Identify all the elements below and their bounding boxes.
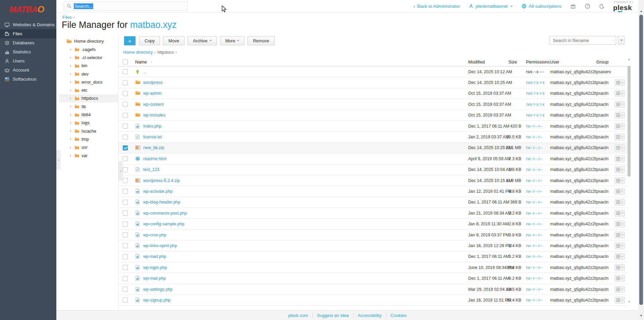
file-name-link[interactable]: wp-includes	[143, 113, 165, 118]
table-row[interactable]: wp-mail.php Dec 1, 2017 06:11 AM 8.2 KB …	[118, 273, 628, 284]
row-menu-button[interactable]	[614, 101, 625, 108]
help-icon[interactable]: ?	[585, 3, 590, 9]
row-menu-button[interactable]	[614, 242, 625, 249]
move-button[interactable]: Move	[163, 36, 184, 45]
table-row[interactable]: new_bk.zip Dec 14, 2025 10:25 AM 23.1 MB…	[118, 143, 628, 153]
row-checkbox[interactable]	[123, 167, 128, 172]
tree-item[interactable]: › error_docs	[59, 78, 118, 86]
permissions-link[interactable]: rwx r-x r-x	[526, 113, 545, 118]
file-name-link[interactable]: wp-signup.php	[143, 298, 170, 303]
chevron-right-icon[interactable]: ›	[70, 64, 72, 68]
tree-item[interactable]: › lib64	[59, 110, 118, 119]
row-checkbox[interactable]	[123, 222, 128, 227]
row-menu-button[interactable]	[614, 90, 625, 97]
file-name-link[interactable]: wordpress	[143, 80, 163, 85]
column-header-size[interactable]: Size	[502, 59, 521, 64]
row-menu-button[interactable]	[614, 232, 625, 238]
add-button[interactable]: +	[124, 36, 136, 45]
table-row[interactable]: wp-login.php June 10, 2019 08:34 PM 38.6…	[118, 262, 628, 273]
file-name-link[interactable]: readme.html	[143, 156, 166, 161]
row-menu-button[interactable]	[614, 177, 625, 184]
chevron-right-icon[interactable]: ›	[70, 55, 72, 59]
chevron-right-icon[interactable]: ›	[70, 137, 72, 141]
footer-link[interactable]: Cookies	[386, 313, 411, 318]
table-row[interactable]: test_123 Dec 14, 2025 10:04 AM 1.6 KB rw…	[118, 165, 628, 175]
file-name-link[interactable]: test_123	[143, 167, 159, 172]
domain-link[interactable]: matbao.xyz	[130, 20, 176, 30]
permissions-link[interactable]: rwx --x ---	[526, 70, 544, 74]
table-row[interactable]: wp-activate.php Jan 12, 2019 01:41 PM 6.…	[118, 186, 628, 197]
row-menu-button[interactable]	[614, 264, 625, 271]
row-checkbox[interactable]	[123, 80, 128, 85]
chevron-right-icon[interactable]: ›	[70, 72, 72, 76]
more-button[interactable]: More	[220, 36, 245, 45]
row-checkbox[interactable]	[123, 276, 128, 281]
file-name-link[interactable]: wp-links-opml.php	[143, 243, 177, 248]
table-row[interactable]: .. Dec 14, 2025 10:12 AM rwx --x --- mat…	[118, 66, 628, 77]
chevron-right-icon[interactable]: ›	[70, 121, 72, 125]
permissions-link[interactable]: rw- r-- r--	[526, 211, 542, 216]
table-row[interactable]: wp-includes Oct 15, 2019 03:37 AM rwx r-…	[118, 110, 628, 121]
column-header-name[interactable]: Name↑	[132, 59, 462, 64]
scroll-up-icon[interactable]: ▲	[638, 9, 644, 13]
row-menu-button[interactable]	[614, 123, 625, 130]
column-header-group[interactable]: Group	[596, 59, 614, 64]
table-row[interactable]: wp-load.php Dec 1, 2017 06:11 AM 3.2 KB …	[118, 252, 628, 262]
sidebar-item-account[interactable]: Account	[0, 65, 56, 75]
scroll-down-icon[interactable]: ▼	[638, 314, 644, 317]
chevron-right-icon[interactable]: ›	[70, 145, 72, 149]
tree-item[interactable]: › .cagefs	[59, 45, 118, 53]
tree-item[interactable]: › dev	[59, 70, 118, 78]
remove-button[interactable]: Remove	[248, 36, 274, 45]
sidebar-collapse-handle[interactable]: ‹	[56, 150, 61, 170]
table-row[interactable]: wp-blog-header.php Dec 1, 2017 06:11 AM …	[118, 197, 628, 208]
scroll-down-icon[interactable]: ▼	[627, 300, 631, 303]
table-row[interactable]: index.php Dec 1, 2017 06:11 AM 420 B rw-…	[118, 121, 628, 132]
column-header-user[interactable]: User	[550, 59, 596, 64]
filter-options-button[interactable]	[618, 36, 625, 45]
chevron-right-icon[interactable]: ›	[70, 88, 72, 92]
row-checkbox[interactable]	[123, 200, 128, 205]
sidebar-item-softaculous[interactable]: Softaculous	[0, 75, 56, 84]
table-row[interactable]: wordpress Dec 14, 2025 10:25 AM rwx r-x …	[118, 77, 628, 88]
permissions-link[interactable]: rw- r-- r--	[526, 222, 542, 226]
row-checkbox[interactable]	[123, 124, 128, 129]
permissions-link[interactable]: rwx r-x r-x	[526, 91, 545, 96]
permissions-link[interactable]: rw- r-- r--	[526, 265, 542, 270]
column-header-permissions[interactable]: Permissions	[526, 59, 550, 64]
table-row[interactable]: wp-settings.php Mar 29, 2019 02:04 AM 18…	[118, 284, 628, 295]
row-checkbox[interactable]	[123, 135, 128, 140]
row-checkbox[interactable]	[123, 243, 128, 248]
tree-item[interactable]: › bin	[59, 62, 118, 70]
tree-item[interactable]: › lscache	[59, 127, 118, 135]
permissions-link[interactable]: rw- r-- r--	[526, 145, 542, 150]
chevron-right-icon[interactable]: ›	[70, 129, 72, 133]
plesk-logo[interactable]: POWERED BY plesk	[613, 1, 634, 11]
row-menu-button[interactable]	[614, 155, 625, 162]
select-all-checkbox[interactable]	[123, 59, 128, 64]
file-name-link[interactable]: wp-admin	[143, 91, 161, 96]
permissions-link[interactable]: rw- r-- r--	[526, 200, 542, 204]
permissions-link[interactable]: rw- r-- r--	[526, 189, 542, 194]
permissions-link[interactable]: rw- r-- r--	[526, 156, 542, 161]
row-checkbox[interactable]	[123, 287, 128, 292]
all-subscriptions-link[interactable]: All subscriptions	[522, 4, 561, 9]
path-home-directory-link[interactable]: Home directory	[123, 50, 153, 55]
footer-link[interactable]: Suggest an Idea	[312, 313, 353, 318]
row-menu-button[interactable]	[614, 188, 625, 195]
matbao-logo[interactable]: MATBAO	[0, 0, 56, 19]
permissions-link[interactable]: rwx r-x r-x	[526, 102, 545, 107]
row-checkbox[interactable]	[123, 102, 128, 107]
page-scrollbar-thumb[interactable]	[639, 15, 643, 305]
row-checkbox[interactable]	[123, 265, 128, 270]
file-name-link[interactable]: wp-activate.php	[143, 189, 173, 194]
archive-button[interactable]: Archive	[187, 36, 217, 45]
footer-link[interactable]: Accessibility	[353, 313, 386, 318]
chevron-right-icon[interactable]: ›	[70, 113, 72, 117]
row-menu-button[interactable]	[614, 275, 625, 282]
file-name-link[interactable]: wp-load.php	[143, 254, 166, 259]
file-name-link[interactable]: license.txt	[143, 135, 162, 139]
row-checkbox[interactable]	[123, 156, 128, 161]
page-scrollbar[interactable]: ▲ ▼	[638, 0, 644, 320]
tree-item[interactable]: › usr	[59, 143, 118, 151]
